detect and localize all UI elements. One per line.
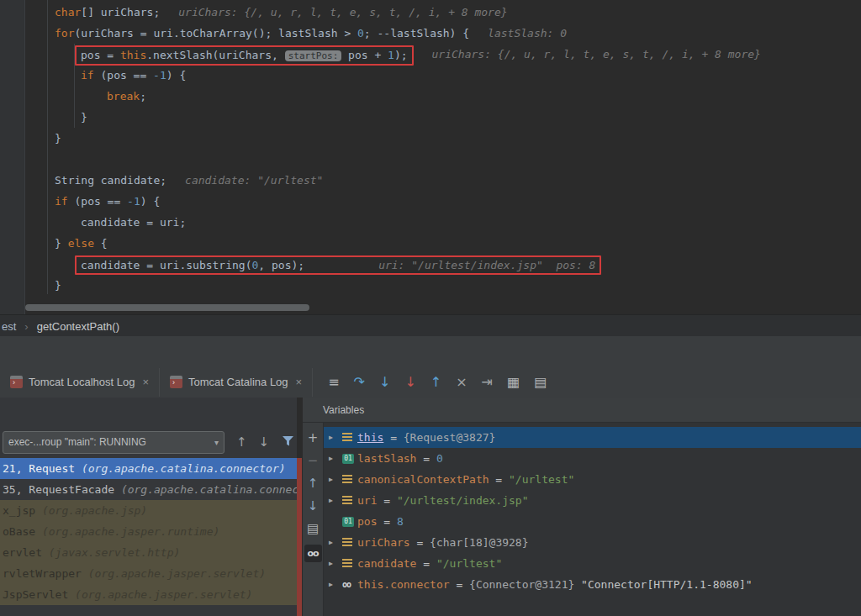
variable-row[interactable]: ▶canonicalContextPath = "/urltest" [324, 469, 861, 490]
menu-icon[interactable]: ≡ [328, 376, 339, 389]
frame-row[interactable]: oBase (org.apache.jasper.runtime) [0, 521, 297, 542]
var-icon [342, 433, 357, 442]
frames-panel: exec-...roup "main": RUNNING ▾ ↑↓ 21, Re… [0, 398, 297, 616]
horizontal-scrollbar[interactable] [25, 304, 309, 311]
frame-row[interactable]: rvletWrapper (org.apache.jasper.servlet) [0, 563, 297, 584]
frame-class: x_jsp [3, 504, 42, 517]
variable-name: uri [357, 494, 377, 507]
execution-highlight-box: candidate = uri.substring(0, pos);uri: "… [75, 255, 601, 275]
frame-row[interactable]: 21, Request (org.apache.catalina.connect… [0, 458, 297, 479]
frames-scrollbar-thumb[interactable] [297, 458, 302, 616]
expand-chevron-icon[interactable]: ▶ [329, 434, 342, 441]
variable-value: {Connector@3121} [469, 578, 574, 591]
code-line[interactable]: String candidate;candidate: "/urltest" [55, 170, 323, 191]
variable-row[interactable]: ▶this = {Request@3827} [324, 427, 861, 448]
code-line[interactable]: candidate = uri.substring(0, pos);uri: "… [55, 254, 601, 275]
expand-chevron-icon[interactable]: ▶ [329, 497, 342, 504]
frames-header: exec-...roup "main": RUNNING ▾ ↑↓ [0, 429, 297, 455]
previous-frame-icon[interactable]: ↑ [236, 434, 247, 450]
variable-row[interactable]: ▶oothis.connector = {Connector@3121} "Co… [324, 574, 861, 595]
frames-list: 21, Request (org.apache.catalina.connect… [0, 458, 297, 605]
variable-value: "/urltest/index.jsp" [397, 494, 529, 507]
code-line[interactable]: if (pos == -1) { [55, 65, 186, 86]
variable-row[interactable]: ▶uri = "/urltest/index.jsp" [324, 490, 861, 511]
variables-toolbar: +−↑↓▤oo [303, 423, 324, 616]
move-watch-down-icon[interactable]: ↓ [308, 499, 319, 513]
expand-chevron-icon[interactable]: ▶ [329, 560, 342, 567]
breadcrumb-method[interactable]: getContextPath() [37, 320, 119, 333]
close-icon[interactable]: × [142, 376, 149, 388]
panel-splitter[interactable] [297, 398, 303, 616]
code-line[interactable]: char[] uriChars;uriChars: {/, u, r, l, t… [55, 2, 508, 23]
debug-toolbar: ≡↷↓↓↑×⇥▦▤ [328, 376, 547, 389]
equals-sign: = [377, 494, 396, 507]
breadcrumb-class[interactable]: est [2, 320, 16, 333]
console-icon [170, 376, 182, 388]
code-line[interactable]: pos = this.nextSlash(uriChars, startPos:… [55, 44, 761, 65]
equals-sign: = [410, 536, 430, 549]
code-line[interactable]: } else { [55, 233, 108, 254]
variable-name: candidate [357, 557, 416, 570]
move-watch-up-icon[interactable]: ↑ [308, 476, 319, 490]
var-icon [342, 475, 357, 484]
close-icon[interactable]: × [296, 376, 303, 388]
variables-panel-title: Variables [303, 398, 861, 423]
frame-package: (org.apache.catalina.connector) [82, 462, 286, 475]
expand-chevron-icon[interactable]: ▶ [329, 539, 342, 546]
show-watches-icon[interactable]: oo [304, 545, 322, 562]
frame-row[interactable]: JspServlet (org.apache.jasper.servlet) [0, 584, 297, 605]
frames-header-icons: ↑↓ [224, 434, 269, 450]
primitive-icon: 01 [342, 517, 357, 527]
watch-icon: oo [342, 580, 357, 589]
expand-chevron-icon[interactable]: ▶ [329, 581, 342, 588]
expand-chevron-icon[interactable]: ▶ [329, 455, 342, 462]
step-out-icon[interactable]: ↑ [430, 376, 441, 389]
thread-selector-label: exec-...roup "main": RUNNING [8, 436, 146, 448]
code-lines: char[] uriChars;uriChars: {/, u, r, l, t… [0, 0, 861, 303]
var-icon [342, 496, 357, 505]
variable-row[interactable]: ▶candidate = "/urltest" [324, 553, 861, 574]
code-line[interactable]: candidate = uri; [55, 212, 186, 233]
next-frame-icon[interactable]: ↓ [259, 434, 270, 450]
frame-row[interactable]: 35, RequestFacade (org.apache.catalina.c… [0, 479, 297, 500]
code-line[interactable]: break; [55, 86, 146, 107]
add-watch-icon[interactable]: + [308, 431, 319, 445]
equals-sign: = [416, 452, 436, 465]
step-over-icon[interactable]: ↷ [354, 376, 365, 389]
frame-package: (org.apache.jasper.servlet) [75, 588, 252, 601]
code-editor[interactable]: char[] uriChars;uriChars: {/, u, r, l, t… [0, 0, 861, 314]
variables-list: ▶this = {Request@3827}▶01lastSlash = 0▶c… [324, 423, 861, 616]
var-icon [342, 538, 357, 547]
frame-row[interactable]: x_jsp (org.apache.jsp) [0, 500, 297, 521]
frame-package: (org.apache.catalina.connecto [121, 483, 297, 496]
variable-row[interactable]: ▶uriChars = {char[18]@3928} [324, 532, 861, 553]
breadcrumb-separator-icon: › [24, 320, 28, 333]
thread-selector[interactable]: exec-...roup "main": RUNNING ▾ [3, 431, 224, 454]
code-line[interactable]: } [55, 275, 61, 296]
variable-value: 8 [397, 515, 404, 528]
layout-settings-icon[interactable]: ▤ [534, 376, 547, 389]
variable-value: "/urltest" [436, 557, 502, 570]
variable-name: uriChars [357, 536, 410, 549]
force-step-into-icon[interactable]: ↓ [404, 376, 415, 389]
console-tab-2[interactable]: Tomcat Catalina Log× [160, 368, 313, 397]
run-to-cursor-icon[interactable]: ⇥ [482, 376, 493, 389]
frame-row[interactable]: ervlet (javax.servlet.http) [0, 542, 297, 563]
remove-watch-icon[interactable]: − [308, 454, 319, 467]
step-into-icon[interactable]: ↓ [379, 376, 390, 389]
code-line[interactable]: } [55, 128, 61, 149]
code-line[interactable]: if (pos == -1) { [55, 191, 160, 212]
variable-row[interactable]: ▶01lastSlash = 0 [324, 448, 861, 469]
equals-sign: = [383, 431, 403, 444]
variable-row[interactable]: 01pos = 8 [324, 511, 861, 532]
console-tab-row: Tomcat Localhost Log×Tomcat Catalina Log… [0, 367, 861, 397]
debug-toolwindow-header: Tomcat Localhost Log×Tomcat Catalina Log… [0, 336, 861, 398]
drop-frame-icon[interactable]: × [456, 376, 467, 389]
code-line[interactable]: } [55, 107, 87, 128]
evaluate-expression-icon[interactable]: ▦ [507, 376, 520, 389]
filter-icon[interactable] [283, 434, 293, 450]
expand-chevron-icon[interactable]: ▶ [329, 476, 342, 483]
console-tab-1[interactable]: Tomcat Localhost Log× [0, 368, 160, 397]
code-line[interactable]: for(uriChars = uri.toCharArray(); lastSl… [55, 23, 567, 44]
duplicate-watch-icon[interactable]: ▤ [307, 522, 319, 535]
